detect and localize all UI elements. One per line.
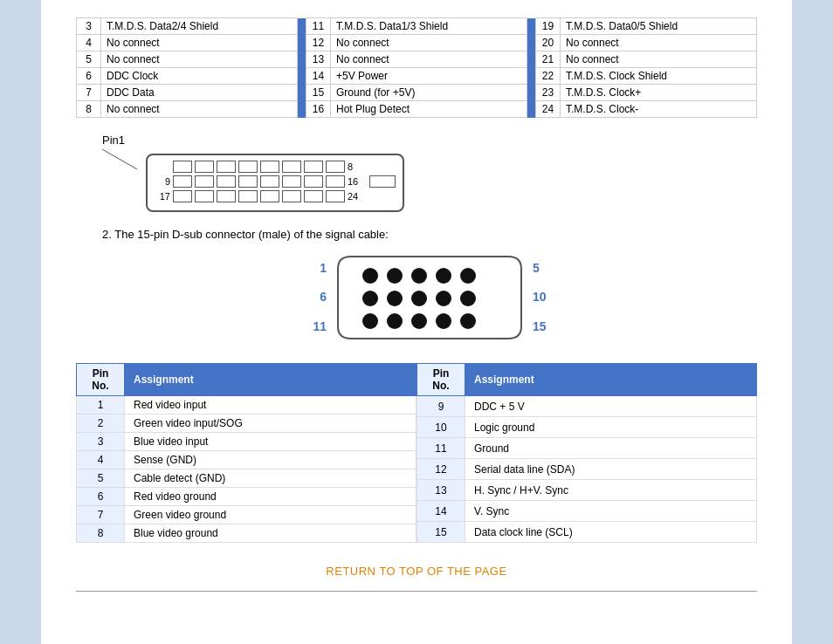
dvi-pin-num: 8: [77, 101, 101, 118]
pin-box: [282, 175, 301, 188]
pin-box: [217, 190, 236, 202]
pin-box: [238, 175, 258, 188]
pin-box: [304, 190, 323, 202]
pin-box: [282, 190, 301, 202]
assign-cell: Data clock line (SCL): [465, 522, 757, 543]
assign-table-row: 4 Sense (GND): [77, 451, 416, 469]
dvi-pin-label: T.M.D.S. Clock+: [561, 85, 757, 101]
dvi-pin-table: 3 T.M.D.S. Data2/4 Shield 11 T.M.D.S. Da…: [76, 17, 757, 118]
dvi-pin-label: T.M.D.S. Data0/5 Shield: [561, 18, 757, 35]
dvi-blue-bar: [298, 51, 306, 68]
pin-box: [195, 190, 214, 202]
pin-cell: 14: [417, 501, 465, 522]
assign-table-right: Pin No. Assignment 9 DDC + 5 V 10 Logic …: [416, 363, 757, 543]
assign-table-row: 1 Red video input: [77, 396, 416, 414]
dvi-pin-label: No connect: [331, 51, 527, 68]
dvi-connector-section: Pin1 8: [102, 134, 757, 212]
pin-cell: 8: [77, 524, 125, 543]
assignment-section: Pin No. Assignment 1 Red video input 2 G…: [76, 363, 757, 543]
assign-cell: Red video input: [125, 396, 416, 414]
dvi-pin-label: No connect: [561, 35, 757, 51]
dvi-blue-bar: [298, 35, 306, 51]
assign-table-row: 14 V. Sync: [417, 501, 757, 522]
assign-cell: DDC + 5 V: [465, 396, 757, 417]
assign-cell: Sense (GND): [125, 451, 416, 469]
dvi-pin-label: T.M.D.S. Clock Shield: [561, 68, 757, 85]
pin-box: [173, 161, 192, 173]
dvi-pin-num: 5: [77, 51, 101, 68]
dvi-pin-num: 4: [77, 35, 101, 51]
dvi-pin-label: No connect: [101, 35, 298, 51]
pin1-arrow-svg: [93, 145, 146, 215]
dsub-label-5: 5: [533, 257, 547, 279]
assign-cell: Ground: [465, 438, 757, 459]
pin-cell: 1: [77, 396, 125, 414]
svg-point-4: [436, 268, 451, 284]
dvi-pin-label: No connect: [101, 51, 298, 68]
assign-tables-wrapper: Pin No. Assignment 1 Red video input 2 G…: [76, 363, 757, 543]
pin-header-right: Pin No.: [417, 364, 465, 396]
row-label-24: 24: [348, 191, 363, 202]
dvi-table-row: 8 No connect 16 Hot Plug Detect 24 T.M.D…: [77, 101, 757, 118]
dvi-pin-num: 21: [536, 51, 561, 68]
assign-table-row: 2 Green video input/SOG: [77, 414, 416, 433]
dsub-label-10: 10: [533, 286, 547, 308]
connector-row-3: 17 24: [155, 190, 396, 202]
svg-point-13: [411, 313, 427, 329]
pin-cell: 6: [77, 488, 125, 506]
assign-cell: V. Sync: [465, 501, 757, 522]
dvi-pin-num: 12: [306, 35, 331, 51]
dvi-pin-num: 22: [536, 68, 561, 85]
dsub-label-15: 15: [533, 316, 547, 338]
svg-point-8: [411, 291, 427, 306]
svg-point-12: [387, 313, 403, 329]
pin-box: [173, 175, 192, 188]
row-label-9: 9: [155, 176, 170, 187]
assign-table-row: 7 Green video ground: [77, 506, 416, 524]
dvi-pin-label: No connect: [561, 51, 757, 68]
assign-cell: Red video ground: [125, 488, 416, 506]
assign-table-row: 5 Cable detect (GND): [77, 469, 416, 488]
assign-table-row: 15 Data clock line (SCL): [417, 522, 757, 543]
row-label-17: 17: [155, 191, 170, 202]
dsub-label-6: 6: [313, 286, 327, 308]
pin-cell: 2: [77, 414, 125, 433]
assign-cell: Green video ground: [125, 506, 416, 524]
dvi-pin-num: 16: [306, 101, 331, 118]
dsub-section: 2. The 15-pin D-sub connector (male) of …: [102, 228, 757, 346]
bottom-divider: [76, 591, 757, 592]
assign-cell: Blue video ground: [125, 524, 416, 543]
pin-box: [304, 175, 323, 188]
pin-box: [238, 161, 258, 173]
dvi-pin-label: +5V Power: [331, 68, 527, 85]
dsub-right-labels: 5 10 15: [533, 254, 547, 341]
dvi-blue-bar: [527, 35, 536, 51]
dvi-table-row: 6 DDC Clock 14 +5V Power 22 T.M.D.S. Clo…: [77, 68, 757, 85]
pin-box: [260, 175, 279, 188]
return-to-top[interactable]: RETURN TO TOP OF THE PAGE: [76, 565, 757, 578]
assign-table-left: Pin No. Assignment 1 Red video input 2 G…: [76, 363, 416, 543]
dsub-label-11: 11: [313, 316, 327, 338]
dvi-pin-label: T.M.D.S. Clock-: [561, 101, 757, 118]
svg-line-0: [102, 149, 137, 169]
assign-cell: Logic ground: [465, 417, 757, 438]
dsub-left-labels: 1 6 11: [313, 254, 327, 341]
svg-point-7: [387, 291, 403, 306]
svg-point-3: [411, 268, 427, 284]
pin-cell: 5: [77, 469, 125, 488]
assign-cell: Blue video input: [125, 433, 416, 451]
row-label-16: 16: [348, 176, 363, 187]
dvi-table-row: 7 DDC Data 15 Ground (for +5V) 23 T.M.D.…: [77, 85, 757, 101]
dvi-table-row: 3 T.M.D.S. Data2/4 Shield 11 T.M.D.S. Da…: [77, 18, 757, 35]
pin-box: [260, 161, 279, 173]
pin-box: [326, 161, 345, 173]
svg-point-10: [460, 291, 476, 306]
pin-box: [326, 190, 345, 202]
dsub-label-1: 1: [313, 257, 327, 279]
svg-point-6: [362, 291, 378, 306]
connector-row-1: 8: [155, 161, 396, 173]
assign-table-row: 9 DDC + 5 V: [417, 396, 757, 417]
svg-point-5: [460, 268, 476, 284]
dvi-blue-bar: [527, 18, 536, 35]
assign-cell: Serial data line (SDA): [465, 459, 757, 480]
